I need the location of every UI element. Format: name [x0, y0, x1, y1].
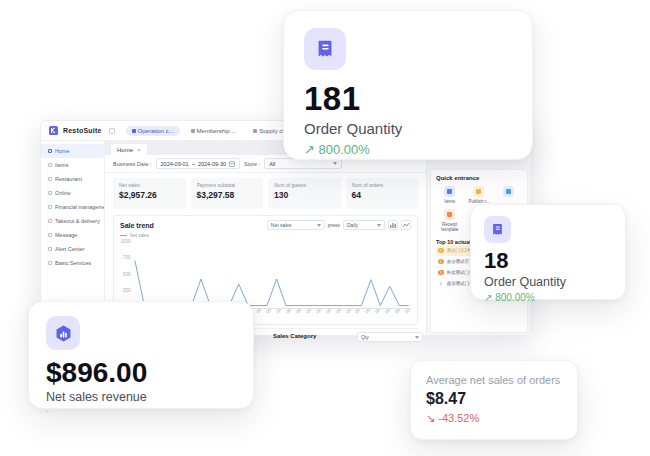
stat-num-of-guests: Num of guests 130 - [268, 178, 341, 209]
quick-item-label: Receipt template [436, 222, 463, 232]
screenshot-stage: RestoSuite Operation c... Membership ...… [0, 0, 650, 456]
items-icon [444, 186, 455, 197]
bar-chart-toggle-button[interactable] [388, 220, 398, 230]
qty-select[interactable]: Qty [357, 332, 423, 342]
qty-value: Qty [361, 334, 369, 340]
nav-label: Operation c... [138, 128, 174, 134]
calendar-icon [229, 161, 235, 167]
quick-item-receipt-template[interactable]: Receipt template [436, 209, 463, 232]
sidebar-item-home[interactable]: Home [41, 144, 104, 158]
quick-item-label: Items [444, 199, 455, 204]
stat-label: Num of orders [352, 182, 413, 188]
membership-icon [191, 129, 195, 133]
stat-sub: - [197, 201, 258, 206]
order-quantity-label: Order Quantity [304, 120, 512, 137]
collapse-menu-icon[interactable] [109, 128, 115, 134]
period-select[interactable]: Daily [343, 220, 385, 230]
sidebar-item-basic-services[interactable]: Basic Services [41, 256, 104, 270]
stat-value: 130 [274, 190, 335, 200]
hexagon-chart-icon [46, 316, 80, 350]
net-sales-value: $896.00 [46, 357, 236, 389]
home-icon [48, 149, 52, 153]
stat-label: Num of guests [274, 182, 335, 188]
message-icon [48, 233, 52, 237]
operation-center-icon [132, 129, 136, 133]
sidebar-item-takeout-delivery[interactable]: Takeout & delivery [41, 214, 104, 228]
sidebar-item-label: Takeout & delivery [55, 218, 100, 224]
quick-entry-icon [503, 186, 514, 197]
y-tick-label: 500 [123, 272, 131, 277]
store-label: Store : [244, 161, 260, 167]
y-tick-label: 750 [123, 255, 131, 260]
change-indicator: ↗ 800.00% [304, 142, 512, 157]
order-quantity-card-large: 181 Order Quantity ↗ 800.00% [283, 10, 533, 160]
business-date-label: Business Date : [113, 161, 152, 167]
trend-down-icon: ↘ [426, 412, 435, 424]
chevron-down-icon [377, 224, 381, 227]
chart-legend: Net sales [120, 233, 411, 238]
takeout-icon [48, 219, 52, 223]
legend-line-swatch [120, 235, 127, 237]
sale-trend-chart [133, 239, 411, 309]
y-ticks: 10007505002500 [120, 239, 133, 309]
line-chart-toggle-button[interactable] [401, 220, 411, 230]
sidebar-item-label: Home [55, 148, 70, 154]
chart-area: 10007505002500 [120, 239, 411, 309]
tab-label: Home [117, 147, 133, 153]
average-net-sales-card: Average net sales of orders $8.47 ↘ -43.… [410, 360, 578, 440]
quick-item-3[interactable] [495, 186, 522, 204]
quick-entrance-title: Quick entrance [436, 175, 522, 181]
change-percent: -43.52% [438, 412, 479, 424]
unit-label: press [328, 222, 340, 228]
supply-chain-icon [253, 129, 257, 133]
order-quantity-card-small: 18 Order Quantity ↗ 800.00% [470, 204, 626, 300]
sidebar-item-items[interactable]: Items [41, 158, 104, 172]
net-sales-revenue-card: $896.00 Net sales revenue - [28, 301, 254, 409]
quick-item-publish[interactable]: Publish r... [465, 186, 492, 204]
change-percent: 800.00% [495, 292, 534, 303]
sidebar-item-label: Basic Services [55, 260, 91, 266]
sidebar-item-financial-management[interactable]: Financial management [41, 200, 104, 214]
stat-label: Payment subtotal [197, 182, 258, 188]
net-sales-label: Net sales revenue [46, 390, 236, 404]
stat-net-sales: Net sales $2,957.26 - [113, 178, 186, 209]
quick-item-items[interactable]: Items [436, 186, 463, 204]
services-icon [48, 261, 52, 265]
line-chart-icon [403, 222, 409, 228]
date-range-input[interactable]: 2024-09-01 ~ 2024-09-30 [156, 158, 241, 169]
sale-trend-header: Sale trend Net sales press Daily [120, 220, 411, 230]
metric-value: Net sales [271, 222, 292, 228]
chevron-down-icon [333, 162, 337, 165]
chevron-down-icon [317, 224, 321, 227]
sale-trend-title: Sale trend [120, 222, 154, 229]
metric-select[interactable]: Net sales [267, 220, 325, 230]
sale-trend-controls: Net sales press Daily [267, 220, 411, 230]
stat-sub: - [274, 201, 335, 206]
stat-sub: - [119, 201, 180, 206]
sidebar-item-label: Financial management [55, 204, 104, 210]
stat-label: Net sales [119, 182, 180, 188]
restaurant-icon [48, 177, 52, 181]
sidebar-item-label: Alert Center [55, 246, 84, 252]
stat-num-of-orders: Num of orders 64 - [346, 178, 419, 209]
tab-home[interactable]: Home × [111, 144, 147, 155]
date-to-value: 2024-09-30 [198, 161, 226, 167]
order-quantity-label: Order Quantity [484, 275, 612, 289]
sales-category-title: Sales Category [273, 333, 316, 339]
nav-operation-center[interactable]: Operation c... [126, 126, 180, 136]
stat-sub: - [352, 201, 413, 206]
sidebar-item-label: Items [55, 162, 68, 168]
gold-medal-icon: 1 [438, 248, 444, 254]
sidebar-item-alert-center[interactable]: Alert Center [41, 242, 104, 256]
net-sales-sub: - [46, 406, 236, 415]
nav-label: Membership ... [197, 128, 237, 134]
close-icon[interactable]: × [137, 147, 141, 153]
change-indicator: ↗ 800.00% [484, 292, 612, 303]
sidebar-item-message[interactable]: Message [41, 228, 104, 242]
online-icon [48, 191, 52, 195]
sidebar-item-restaurant[interactable]: Restaurant [41, 172, 104, 186]
bar-chart-icon [390, 222, 396, 228]
nav-membership[interactable]: Membership ... [185, 126, 243, 136]
stat-value: $3,297.58 [197, 190, 258, 200]
sidebar-item-online[interactable]: Online [41, 186, 104, 200]
